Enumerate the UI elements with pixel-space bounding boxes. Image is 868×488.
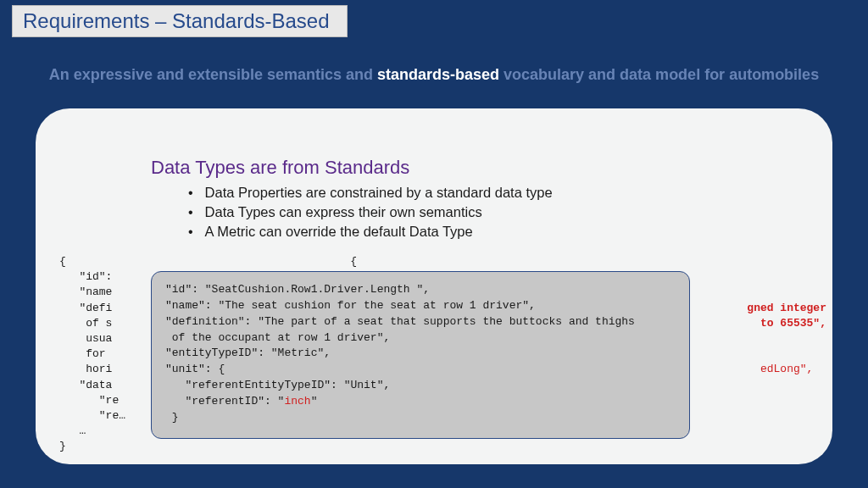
subtitle: An expressive and extensible semantics a… [0, 66, 868, 84]
bullet-item: A Metric can override the default Data T… [188, 224, 553, 240]
code-popup: "id": "SeatCushion.Row1.Driver.Length ",… [151, 271, 690, 439]
slide-title-text: Requirements – Standards-Based [23, 9, 330, 32]
bullet-item: Data Properties are constrained by a sta… [188, 185, 553, 201]
bullet-item: Data Types can express their own semanti… [188, 204, 553, 220]
section-heading: Data Types are from Standards [151, 157, 409, 179]
subtitle-bold: standards-based [377, 66, 499, 83]
subtitle-suffix: vocabulary and data model for automobile… [499, 66, 819, 83]
subtitle-prefix: An expressive and extensible semantics a… [49, 66, 377, 83]
bullet-list: Data Properties are constrained by a sta… [188, 185, 553, 243]
slide-title: Requirements – Standards-Based [12, 5, 348, 37]
